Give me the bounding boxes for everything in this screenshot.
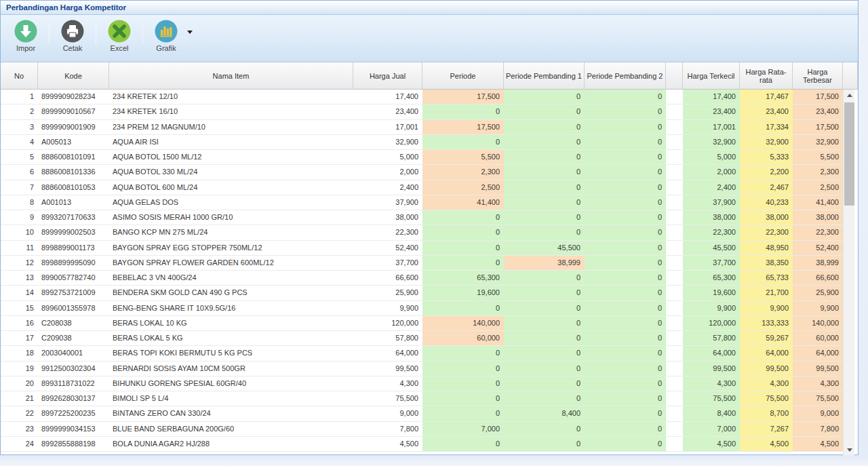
column-header-harga_jual[interactable]: Harga Jual	[353, 62, 422, 90]
cell-harga-jual: 22,300	[353, 225, 422, 239]
cell-no: 14	[1, 286, 38, 300]
cell-periode-pembanding-1: 45,500	[504, 241, 585, 255]
cell-periode: 0	[422, 376, 504, 391]
cell-periode-pembanding-2: 0	[585, 135, 666, 149]
table-row[interactable]: 17C209038BERAS LOKAL 5 KG57,80060,000005…	[1, 331, 843, 346]
cell-spacer	[666, 165, 683, 179]
cell-kode: 8999909010567	[38, 104, 109, 119]
cell-periode-pembanding-1: 0	[504, 135, 585, 149]
table-row[interactable]: 108999999002503BANGO KCP MN 275 ML/2422,…	[1, 225, 843, 240]
table-row[interactable]: 158996001355978BENG-BENG SHARE IT 10X9.5…	[1, 301, 843, 316]
cell-harga-terbesar: 22,300	[793, 225, 843, 239]
toolbar-separator	[49, 24, 50, 44]
cell-periode-pembanding-1: 0	[504, 180, 585, 195]
table-row[interactable]: 182003040001BERAS TOPI KOKI BERMUTU 5 KG…	[1, 346, 843, 361]
table-row[interactable]: 208993118731022BIHUNKU GORENG SPESIAL 60…	[1, 376, 843, 391]
column-header-pembanding1[interactable]: Periode Pembanding 1	[504, 62, 585, 90]
cell-harga-jual: 5,000	[353, 150, 422, 164]
cell-spacer	[666, 135, 683, 149]
table-row[interactable]: 58886008101091AQUA BOTOL 1500 ML/125,000…	[1, 150, 843, 165]
cell-harga-jual: 32,900	[353, 135, 422, 149]
table-row[interactable]: 98993207170633ASIMO SOSIS MERAH 1000 GR/…	[1, 210, 843, 225]
cell-harga-terkecil: 99,500	[683, 362, 740, 376]
table-row[interactable]: 118998899001173BAYGON SPRAY EGG STOPPER …	[1, 241, 843, 256]
cell-kode: 8999909028234	[38, 90, 109, 104]
table-row[interactable]: 238999999034153BLUE BAND SERBAGUNA 200G/…	[1, 422, 843, 437]
cell-nama-item: BLUE BAND SERBAGUNA 200G/60	[109, 422, 353, 436]
cell-harga-terbesar: 23,400	[793, 104, 843, 119]
column-header-rata[interactable]: Harga Rata-rata	[740, 62, 793, 90]
cell-harga-terkecil: 17,400	[683, 90, 740, 104]
table-row[interactable]: 78886008101053AQUA BOTOL 600 ML/242,4002…	[1, 180, 843, 195]
cell-harga-terkecil: 38,000	[683, 210, 740, 225]
cell-periode-pembanding-1: 0	[504, 271, 585, 285]
column-header-terkecil[interactable]: Harga Terkecil	[683, 62, 740, 90]
cell-harga-terkecil: 8,400	[683, 406, 740, 421]
table-row[interactable]: 8A001013AQUA GELAS DOS37,90041,4000037,9…	[1, 195, 843, 210]
scrollbar-thumb[interactable]	[844, 102, 854, 206]
cell-nama-item: BAYGON SPRAY EGG STOPPER 750ML/12	[109, 241, 353, 255]
table-row[interactable]: 18999909028234234 KRETEK 12/1017,40017,5…	[1, 90, 843, 104]
bar-chart-icon	[155, 20, 178, 43]
table-row[interactable]: 128998899995090BAYGON SPRAY FLOWER GARDE…	[1, 256, 843, 271]
table-row[interactable]: 16C208038BERAS LOKAL 10 KG120,000140,000…	[1, 316, 843, 331]
table-row[interactable]: 28999909010567234 KRETEK 16/1023,4000002…	[1, 104, 843, 119]
import-button[interactable]: Impor	[7, 20, 44, 52]
cell-periode-pembanding-1: 0	[504, 286, 585, 300]
excel-button[interactable]: Excel	[101, 20, 138, 52]
cell-periode: 2,500	[422, 180, 504, 195]
column-header-no[interactable]: No	[1, 62, 38, 90]
cell-harga-jual: 37,700	[353, 256, 422, 270]
cell-harga-rata-rata: 7,267	[740, 422, 793, 436]
table-row[interactable]: 248992855888198BOLA DUNIA AGAR2 HJ/2884,…	[1, 437, 843, 452]
cell-harga-terkecil: 37,700	[683, 256, 740, 270]
table-row[interactable]: 38999909001909234 PREM 12 MAGNUM/1017,00…	[1, 120, 843, 135]
column-header-pembanding2[interactable]: Periode Pembanding 2	[585, 62, 666, 90]
cell-harga-terbesar: 2,300	[793, 165, 843, 179]
cell-no: 6	[1, 165, 38, 179]
cell-periode-pembanding-2: 0	[585, 346, 666, 360]
column-header-periode[interactable]: Periode	[422, 62, 504, 90]
cell-no: 3	[1, 120, 38, 134]
table-row[interactable]: 4A005013AQUA AIR ISI32,90000032,90032,90…	[1, 135, 843, 150]
column-header-terbesar[interactable]: Harga Terbesar	[793, 62, 843, 90]
table-row[interactable]: 68886008101336AQUA BOTOL 330 ML/242,0002…	[1, 165, 843, 180]
grid-body: 18999909028234234 KRETEK 12/1017,40017,5…	[1, 90, 843, 455]
print-button[interactable]: Cetak	[54, 20, 91, 52]
scroll-down-icon[interactable]	[844, 444, 855, 455]
cell-kode: A001013	[38, 195, 109, 210]
table-row[interactable]: 148992753721009BENDERA SKM GOLD CAN 490 …	[1, 286, 843, 300]
cell-periode-pembanding-1: 38,999	[504, 256, 585, 270]
scroll-up-icon[interactable]	[844, 90, 855, 100]
cell-nama-item: AQUA BOTOL 330 ML/24	[109, 165, 353, 179]
cell-harga-rata-rata: 59,267	[740, 331, 793, 345]
cell-periode: 0	[422, 135, 504, 149]
table-row[interactable]: 138990057782740BEBELAC 3 VN 400G/2466,60…	[1, 271, 843, 286]
toolbar-separator	[142, 24, 143, 44]
chart-dropdown-caret-icon[interactable]	[187, 31, 193, 34]
cell-no: 4	[1, 135, 38, 149]
cell-no: 12	[1, 256, 38, 270]
cell-periode-pembanding-2: 0	[585, 331, 666, 345]
cell-nama-item: BAYGON SPRAY FLOWER GARDEN 600ML/12	[109, 256, 353, 270]
cell-harga-rata-rata: 23,400	[740, 104, 793, 119]
column-header-nama[interactable]: Nama Item	[109, 62, 353, 90]
cell-harga-jual: 37,900	[353, 195, 422, 210]
cell-harga-rata-rata: 17,334	[740, 120, 793, 134]
cell-harga-terkecil: 9,900	[683, 301, 740, 315]
column-header-kode[interactable]: Kode	[38, 62, 109, 90]
table-row[interactable]: 228997225200235BINTANG ZERO CAN 330/249,…	[1, 406, 843, 421]
cell-no: 23	[1, 422, 38, 436]
cell-harga-rata-rata: 22,300	[740, 225, 793, 239]
cell-nama-item: 234 KRETEK 16/10	[109, 104, 353, 119]
chart-button[interactable]: Grafik	[148, 20, 184, 52]
table-row[interactable]: 218992628030137BIMOLI SP 5 L/475,5000007…	[1, 391, 843, 406]
print-button-label: Cetak	[63, 44, 83, 52]
cell-harga-terkecil: 75,500	[683, 391, 740, 406]
vertical-scrollbar[interactable]	[843, 90, 854, 455]
cell-periode: 0	[422, 362, 504, 376]
table-row[interactable]: 199912500302304BERNARDI SOSIS AYAM 10CM …	[1, 362, 843, 376]
cell-harga-jual: 2,000	[353, 165, 422, 179]
cell-no: 11	[1, 241, 38, 255]
cell-spacer	[666, 195, 683, 210]
